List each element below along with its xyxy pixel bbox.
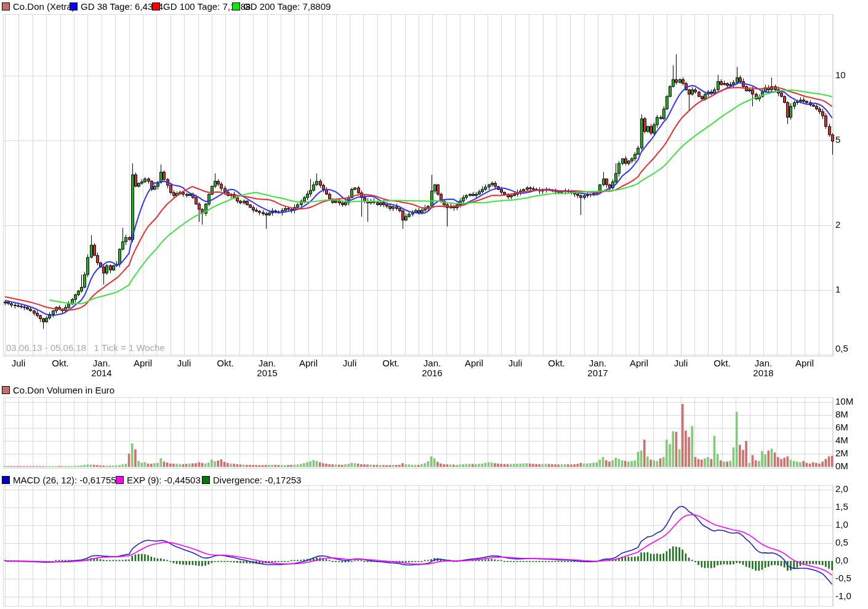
month-label: Jan.: [424, 358, 441, 368]
price-axis-label: 2: [835, 220, 840, 230]
month-label: Okt.: [713, 358, 731, 368]
price-axis-label: 1: [835, 284, 840, 294]
year-label: 2018: [753, 368, 773, 377]
month-label: April: [795, 358, 814, 368]
gd38-series-swatch: [70, 2, 78, 10]
month-label: Juli: [177, 358, 191, 368]
legend-item-macd: MACD (26, 12): -0,61755: [2, 475, 116, 485]
x-axis-tick: Juli: [12, 358, 26, 368]
x-axis-tick: Jan.2014: [91, 358, 111, 377]
year-label: 2015: [257, 368, 277, 377]
month-label: Jan.: [259, 358, 276, 368]
chart-canvas: [0, 0, 868, 609]
gd200-series-label: GD 200 Tage: 7,8809: [243, 1, 331, 12]
macd-axis-label: 0,0: [835, 555, 848, 565]
macd-legend: MACD (26, 12): -0,61755EXP (9): -0,44503…: [0, 475, 868, 487]
legend-item-exp: EXP (9): -0,44503: [116, 475, 201, 485]
codon-series-swatch: [2, 2, 10, 10]
date-range-label: 03.06.13 - 05.06.18 1 Tick = 1 Woche: [6, 342, 165, 353]
x-axis-tick: Okt.: [217, 358, 234, 368]
macd-axis-label: -0,5: [835, 573, 851, 583]
price-axis-label: 10: [835, 70, 846, 80]
month-label: Juli: [674, 358, 688, 368]
exp-series-label: EXP (9): -0,44503: [127, 475, 201, 485]
price-axis-label: 5: [835, 135, 840, 145]
month-label: Okt.: [382, 358, 400, 368]
volume-axis-label: 4M: [835, 435, 848, 445]
divergence-series-label: Divergence: -0,17253: [213, 475, 301, 485]
volume-series-swatch: [2, 386, 10, 394]
macd-axis-label: 1,5: [835, 502, 848, 512]
macd-axis-label: 1,0: [835, 520, 848, 530]
gd100-series-swatch: [152, 2, 160, 10]
x-axis-tick: Jan.2015: [257, 358, 277, 377]
year-label: 2014: [91, 368, 111, 377]
gd38-series-label: GD 38 Tage: 6,4374: [81, 1, 163, 12]
x-axis-tick: Okt.: [713, 358, 731, 368]
year-label: 2016: [422, 368, 442, 377]
exp-series-swatch: [116, 476, 124, 484]
volume-axis-label: 10M: [835, 397, 853, 406]
volume-series-label: Co.Don Volumen in Euro: [13, 385, 115, 395]
volume-axis-label: 6M: [835, 422, 848, 432]
x-axis-tick: Juli: [508, 358, 523, 368]
price-axis-label: 0,5: [835, 344, 848, 353]
month-label: Juli: [12, 358, 26, 368]
x-axis-tick: Jan.2016: [422, 358, 442, 377]
legend-item-gd200: GD 200 Tage: 7,8809: [232, 1, 331, 11]
month-label: Okt.: [217, 358, 234, 368]
x-axis-tick: Okt.: [382, 358, 400, 368]
x-axis-tick: Jan.2018: [753, 358, 773, 377]
month-label: Okt.: [52, 358, 69, 368]
year-label: 2017: [587, 368, 608, 377]
x-axis-tick: April: [134, 358, 152, 368]
volume-axis-label: 8M: [835, 409, 848, 419]
month-label: Juli: [508, 358, 523, 368]
macd-series-label: MACD (26, 12): -0,61755: [13, 475, 116, 485]
month-label: Juli: [343, 358, 357, 368]
x-axis-tick: Jan.2017: [587, 358, 608, 377]
month-label: April: [134, 358, 152, 368]
macd-series-swatch: [2, 476, 10, 484]
stock-chart-page: Co.Don (Xetra)GD 38 Tage: 6,4374GD 100 T…: [0, 0, 868, 609]
x-axis-tick: Juli: [674, 358, 688, 368]
legend-item-codon: Co.Don (Xetra): [2, 1, 75, 11]
month-label: Okt.: [548, 358, 565, 368]
x-axis-tick: Juli: [343, 358, 357, 368]
codon-series-label: Co.Don (Xetra): [13, 1, 75, 12]
x-axis-tick: April: [630, 358, 648, 368]
legend-item-volume: Co.Don Volumen in Euro: [2, 385, 115, 395]
month-label: April: [299, 358, 318, 368]
x-axis-tick: April: [795, 358, 814, 368]
month-label: Jan.: [755, 358, 772, 368]
volume-legend: Co.Don Volumen in Euro: [0, 385, 868, 397]
legend-item-gd38: GD 38 Tage: 6,4374: [70, 1, 163, 11]
month-label: April: [465, 358, 483, 368]
volume-axis-label: 2M: [835, 448, 848, 458]
x-axis-tick: Juli: [177, 358, 191, 368]
macd-axis-label: 2,0: [835, 484, 848, 494]
month-label: Jan.: [589, 358, 606, 368]
macd-axis-label: 0,5: [835, 538, 848, 547]
month-label: Jan.: [93, 358, 110, 368]
month-label: April: [630, 358, 648, 368]
divergence-series-swatch: [202, 476, 210, 484]
legend-item-divergence: Divergence: -0,17253: [202, 475, 301, 485]
x-axis-tick: April: [299, 358, 318, 368]
x-axis-tick: April: [465, 358, 483, 368]
x-axis-tick: Okt.: [52, 358, 69, 368]
gd200-series-swatch: [232, 2, 240, 10]
macd-axis-label: -1,0: [835, 591, 851, 601]
volume-axis-label: 0M: [835, 461, 848, 471]
main-chart-legend: Co.Don (Xetra)GD 38 Tage: 6,4374GD 100 T…: [0, 1, 868, 14]
x-axis-tick: Okt.: [548, 358, 565, 368]
